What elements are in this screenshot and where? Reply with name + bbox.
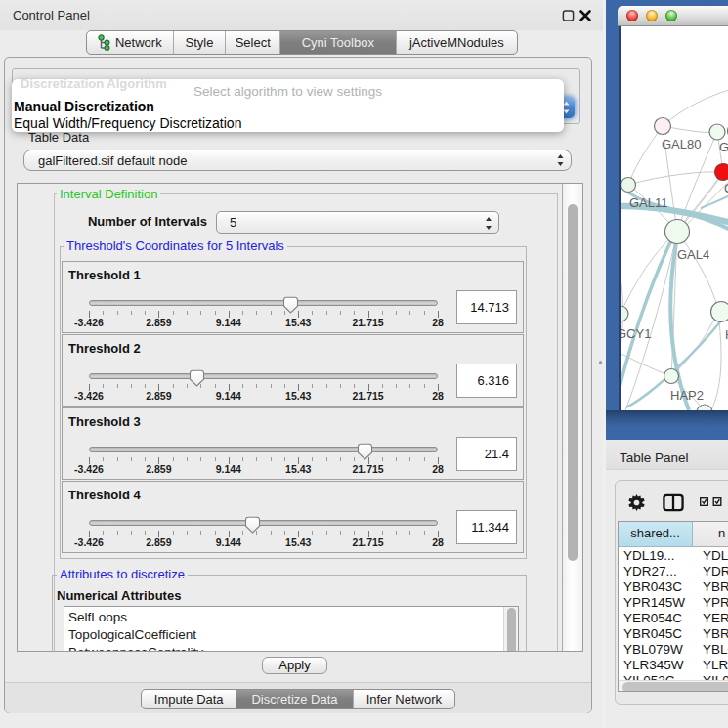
svg-text:HAP2: HAP2 (670, 388, 704, 403)
svg-text:GCY1: GCY1 (621, 326, 651, 341)
svg-text:GAL80: GAL80 (662, 137, 701, 151)
svg-text:GA: GA (719, 140, 728, 154)
svg-text:GAL4: GAL4 (677, 247, 709, 262)
svg-text:C: C (724, 181, 728, 195)
svg-text:GAL11: GAL11 (629, 195, 668, 210)
